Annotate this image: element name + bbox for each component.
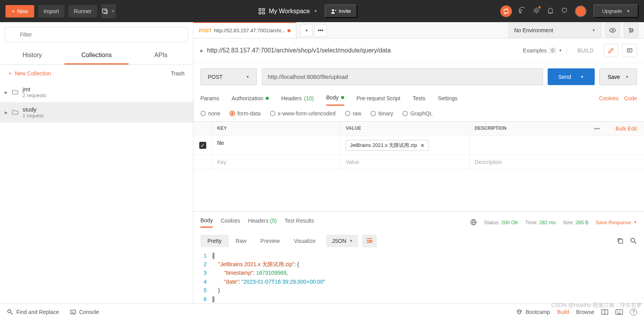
tab-options-button[interactable]: ••• bbox=[314, 24, 327, 37]
view-preview[interactable]: Preview bbox=[254, 235, 287, 247]
satellite-icon[interactable] bbox=[519, 7, 526, 15]
response-tab-body[interactable]: Body bbox=[200, 217, 213, 228]
tab-history[interactable]: History bbox=[0, 47, 64, 65]
search-icon[interactable] bbox=[630, 237, 637, 244]
collection-item[interactable]: ▶ jmt 2 requests bbox=[0, 82, 193, 102]
tab-body[interactable]: Body bbox=[326, 91, 344, 106]
request-tab-title: http://52.83.157.47:7001/archi... bbox=[214, 28, 285, 33]
browse-link[interactable]: Browse bbox=[576, 309, 594, 315]
edit-button[interactable] bbox=[604, 44, 618, 57]
help-icon[interactable]: ? bbox=[630, 309, 637, 316]
window-icon-button[interactable]: ▼ bbox=[101, 4, 116, 18]
svg-rect-3 bbox=[259, 12, 261, 14]
body-type-graphql[interactable]: GraphQL bbox=[402, 110, 433, 117]
view-pretty[interactable]: Pretty bbox=[200, 235, 229, 247]
key-input[interactable]: Key bbox=[212, 155, 341, 169]
pencil-icon bbox=[608, 47, 614, 54]
value-input[interactable]: Value bbox=[341, 155, 470, 169]
keyboard-icon[interactable] bbox=[615, 309, 623, 315]
description-input[interactable]: Description bbox=[470, 155, 597, 169]
heart-icon[interactable] bbox=[561, 7, 568, 15]
examples-dropdown[interactable]: Examples 0 ▼ bbox=[523, 47, 562, 54]
caret-right-icon[interactable]: ▸ bbox=[200, 47, 203, 54]
body-type-formdata[interactable]: form-data bbox=[230, 110, 261, 117]
workspace-selector[interactable]: My Workspace ▼ bbox=[259, 8, 317, 15]
url-input[interactable] bbox=[261, 68, 543, 85]
environment-settings-button[interactable] bbox=[624, 23, 639, 38]
body-type-raw[interactable]: raw bbox=[345, 110, 362, 117]
body-type-urlencoded[interactable]: x-www-form-urlencoded bbox=[270, 110, 336, 117]
bulk-edit-link[interactable]: Bulk Edit bbox=[609, 122, 644, 136]
bell-icon[interactable] bbox=[547, 7, 554, 15]
format-selector[interactable]: JSON ▼ bbox=[326, 235, 358, 247]
tab-settings[interactable]: Settings bbox=[438, 91, 458, 105]
view-raw[interactable]: Raw bbox=[229, 235, 254, 247]
body-type-binary[interactable]: binary bbox=[371, 110, 393, 117]
new-button[interactable]: + New bbox=[5, 5, 34, 17]
tab-prerequest[interactable]: Pre-request Script bbox=[357, 91, 400, 105]
filter-input[interactable] bbox=[5, 27, 188, 42]
chevron-down-icon: ▼ bbox=[580, 75, 584, 79]
grid-icon bbox=[259, 8, 265, 14]
user-avatar[interactable] bbox=[575, 5, 587, 17]
runner-button[interactable]: Runner bbox=[68, 5, 97, 17]
view-visualize[interactable]: Visualize bbox=[287, 235, 322, 247]
value-cell[interactable]: JetBrains 2021.x 无限试用.zip ✕ bbox=[341, 136, 470, 155]
svg-point-7 bbox=[535, 9, 538, 12]
request-tab[interactable]: POST http://52.83.157.47:7001/archi... bbox=[193, 22, 296, 38]
request-title: http://52.83.157.47:7001/archive/shop/v1… bbox=[207, 47, 519, 54]
tab-collections[interactable]: Collections bbox=[64, 47, 129, 65]
new-collection-button[interactable]: + New Collection bbox=[9, 70, 51, 77]
person-add-icon bbox=[331, 9, 336, 14]
status-dot-icon bbox=[266, 97, 269, 100]
send-button[interactable]: Send ▼ bbox=[548, 68, 595, 85]
folder-icon bbox=[12, 109, 19, 116]
svg-point-16 bbox=[631, 238, 635, 242]
main-content: POST http://52.83.157.47:7001/archi... +… bbox=[193, 22, 644, 303]
upgrade-button[interactable]: Upgrade ▼ bbox=[594, 4, 639, 18]
invite-button[interactable]: Invite bbox=[325, 4, 357, 18]
body-type-none[interactable]: none bbox=[200, 110, 220, 117]
console-button[interactable]: Console bbox=[70, 309, 99, 315]
new-tab-button[interactable]: + bbox=[300, 24, 313, 37]
tab-headers[interactable]: Headers (10) bbox=[281, 91, 314, 105]
close-icon[interactable]: ✕ bbox=[420, 143, 425, 148]
comment-button[interactable] bbox=[622, 44, 637, 57]
sync-button[interactable] bbox=[500, 5, 512, 17]
method-selector[interactable]: POST ▼ bbox=[200, 68, 257, 85]
tab-params[interactable]: Params bbox=[200, 91, 219, 105]
bootcamp-button[interactable]: Bootcamp bbox=[516, 309, 550, 315]
build-link[interactable]: Build bbox=[557, 309, 569, 315]
key-cell[interactable]: file bbox=[212, 136, 341, 155]
trash-link[interactable]: Trash bbox=[171, 70, 184, 77]
find-replace-button[interactable]: Find and Replace bbox=[7, 309, 59, 315]
response-tab-headers[interactable]: Headers (5) bbox=[248, 218, 277, 227]
wrap-lines-button[interactable] bbox=[362, 235, 377, 248]
cookies-link[interactable]: Cookies bbox=[599, 95, 619, 101]
row-checkbox[interactable]: ✓ bbox=[199, 142, 206, 149]
environment-preview-button[interactable] bbox=[605, 23, 620, 38]
eye-icon bbox=[609, 27, 616, 34]
settings-icon[interactable] bbox=[533, 7, 540, 15]
comment-icon bbox=[627, 47, 633, 54]
save-response-button[interactable]: Save Response ▼ bbox=[595, 220, 637, 225]
collection-item[interactable]: ▶ study 1 request bbox=[0, 102, 193, 122]
tab-apis[interactable]: APIs bbox=[129, 47, 193, 65]
description-cell[interactable] bbox=[470, 136, 597, 155]
svg-rect-18 bbox=[71, 310, 75, 314]
response-tab-tests[interactable]: Test Results bbox=[284, 218, 314, 227]
import-button[interactable]: Import bbox=[38, 5, 64, 17]
more-options-button[interactable]: ••• bbox=[585, 122, 609, 136]
tab-authorization[interactable]: Authorization bbox=[231, 91, 269, 105]
tab-tests[interactable]: Tests bbox=[413, 91, 426, 105]
save-button[interactable]: Save ▼ bbox=[599, 68, 637, 85]
response-tab-cookies[interactable]: Cookies bbox=[221, 218, 240, 227]
globe-icon[interactable] bbox=[470, 219, 477, 226]
svg-point-6 bbox=[520, 12, 521, 13]
code-link[interactable]: Code bbox=[624, 95, 637, 101]
copy-icon[interactable] bbox=[617, 237, 624, 244]
column-description: DESCRIPTION bbox=[470, 122, 585, 136]
file-chip[interactable]: JetBrains 2021.x 无限试用.zip ✕ bbox=[346, 140, 429, 151]
two-pane-icon[interactable] bbox=[601, 309, 608, 315]
environment-selector[interactable]: No Environment ▼ bbox=[508, 23, 601, 38]
